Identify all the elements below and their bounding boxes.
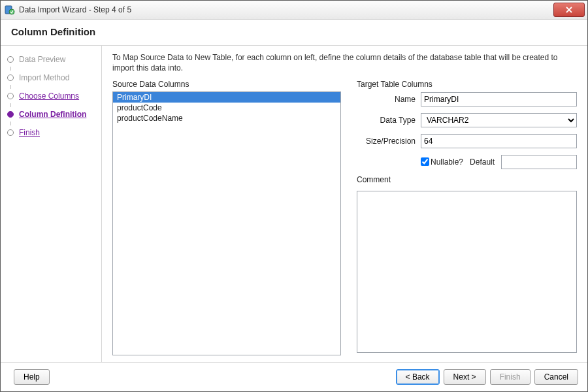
step-column-definition[interactable]: Column Definition [1,107,101,122]
source-columns-listbox[interactable]: PrimaryDI productCode productCodeName [112,91,341,355]
step-finish[interactable]: Finish [1,125,101,140]
wizard-header: Column Definition [1,20,587,46]
step-data-preview: Data Preview [1,52,101,67]
step-choose-columns[interactable]: Choose Columns [1,89,101,103]
back-button[interactable]: < Back [396,369,440,385]
page-title: Column Definition [11,26,577,37]
label-default: Default [470,157,495,167]
app-icon [5,5,15,15]
source-columns-panel: Source Data Columns PrimaryDI productCod… [112,80,341,355]
wizard-window: Data Import Wizard - Step 4 of 5 Column … [0,0,588,392]
default-field[interactable] [501,155,577,169]
source-columns-label: Source Data Columns [112,80,341,89]
target-columns-panel: Target Table Columns Name Data Type VARC… [357,80,577,355]
nullable-checkbox-label[interactable]: Nullable? [421,157,463,167]
wizard-steps-sidebar: Data Preview Import Method Choose Column… [1,46,102,362]
window-title: Data Import Wizard - Step 4 of 5 [19,5,553,14]
label-name: Name [395,95,416,104]
panels: Source Data Columns PrimaryDI productCod… [112,80,577,355]
target-column-form: Name Data Type VARCHAR2 Size/Precision [357,91,577,355]
window-close-button[interactable] [553,3,585,17]
wizard-footer: Help < Back Next > Finish Cancel [1,362,587,391]
wizard-body: Data Preview Import Method Choose Column… [1,46,587,362]
data-type-select[interactable]: VARCHAR2 [421,113,577,127]
cancel-button[interactable]: Cancel [534,369,578,385]
list-item[interactable]: productCodeName [113,113,340,123]
finish-button[interactable]: Finish [490,369,531,385]
titlebar: Data Import Wizard - Step 4 of 5 [1,1,587,20]
label-data-type: Data Type [380,116,416,125]
comment-field[interactable] [357,191,577,353]
list-item[interactable]: productCode [113,103,340,113]
help-button[interactable]: Help [14,369,50,385]
list-item[interactable]: PrimaryDI [113,92,340,103]
wizard-main: To Map Source Data to New Table, for eac… [102,46,587,362]
step-import-method: Import Method [1,71,101,85]
label-comment: Comment [357,175,391,184]
nullable-checkbox[interactable] [421,157,429,166]
name-field[interactable] [421,92,577,106]
target-columns-label: Target Table Columns [357,80,577,89]
instructions-text: To Map Source Data to New Table, for eac… [112,52,577,73]
label-size-precision: Size/Precision [366,137,416,146]
size-precision-field[interactable] [421,134,577,148]
next-button[interactable]: Next > [444,369,486,385]
